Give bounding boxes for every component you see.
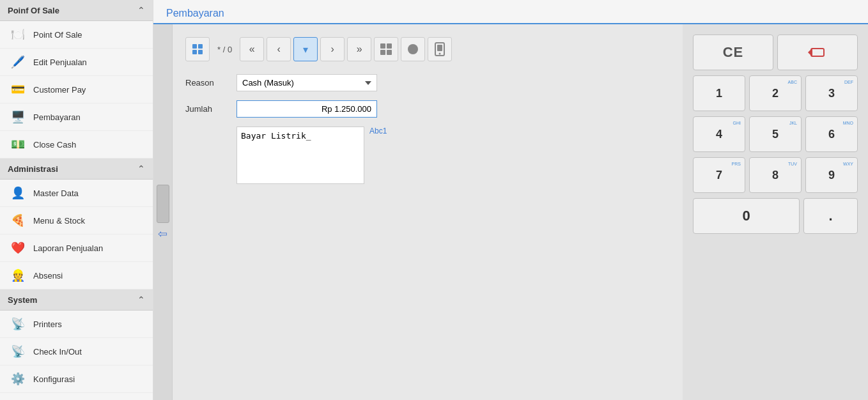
mobile-icon xyxy=(434,42,446,56)
sidebar-label-point-of-sale: Point Of Sale xyxy=(33,30,82,40)
check-inout-icon: 📡 xyxy=(9,342,27,360)
sidebar-label-check-inout: Check In/Out xyxy=(33,347,82,357)
num-0-label: 0 xyxy=(743,208,750,224)
sidebar-item-laporan-penjualan[interactable]: ❤️ Laporan Penjualan xyxy=(0,235,153,262)
numpad-3[interactable]: 3 DEF xyxy=(805,75,858,111)
laporan-icon: ❤️ xyxy=(9,239,27,257)
num-8-sub: TUV xyxy=(788,162,797,166)
sidebar-label-konfigurasi: Konfigurasi xyxy=(33,374,75,384)
svg-rect-5 xyxy=(387,43,392,49)
scroll-bar[interactable] xyxy=(157,185,169,223)
sidebar-item-point-of-sale[interactable]: 🍽️ Point Of Sale xyxy=(0,21,153,49)
tool-btn-1[interactable] xyxy=(374,37,398,61)
num-8-label: 8 xyxy=(772,169,779,182)
sidebar: Poinf Of Sale ⌃ 🍽️ Point Of Sale 🖊️ Edit… xyxy=(0,0,153,400)
grid-icon xyxy=(191,43,204,56)
num-6-label: 6 xyxy=(828,128,835,141)
delete-icon xyxy=(810,48,825,57)
numpad-0[interactable]: 0 xyxy=(693,198,800,234)
last-record-btn[interactable]: » xyxy=(347,37,371,61)
sidebar-item-absensi[interactable]: 👷 Absensi xyxy=(0,262,153,289)
settings-icon xyxy=(379,42,393,56)
circle-icon xyxy=(407,43,419,55)
num-1-label: 1 xyxy=(716,87,722,100)
numpad-8[interactable]: 8 TUV xyxy=(749,157,802,193)
logout-icon: 🔔 xyxy=(9,397,27,400)
sidebar-section-system-title: System xyxy=(8,295,37,305)
sidebar-label-laporan-penjualan: Laporan Penjualan xyxy=(33,243,103,253)
pembayaran-icon: 🖥️ xyxy=(9,108,27,126)
chevron-up-icon-system: ⌃ xyxy=(137,295,145,305)
reason-control: Cash (Masuk) Cash (Keluar) Bank Transfer xyxy=(236,74,377,91)
pos-icon: 🍽️ xyxy=(9,26,27,43)
next-record-btn[interactable]: › xyxy=(320,37,345,61)
tool-btn-3[interactable] xyxy=(428,37,452,61)
numpad-2[interactable]: 2 ABC xyxy=(749,75,802,111)
sidebar-item-edit-penjualan[interactable]: 🖊️ Edit Penjualan xyxy=(0,49,153,76)
num-2-sub: ABC xyxy=(788,80,797,84)
sidebar-item-konfigurasi[interactable]: ⚙️ Konfigurasi xyxy=(0,365,153,393)
sidebar-item-printers[interactable]: 📡 Printers xyxy=(0,311,153,338)
sidebar-item-pembayaran[interactable]: 🖥️ Pembayaran xyxy=(0,104,153,131)
svg-rect-10 xyxy=(437,45,442,51)
sidebar-section-admin[interactable]: Administrasi ⌃ xyxy=(0,158,153,180)
num-9-sub: WXY xyxy=(843,162,853,166)
num-5-label: 5 xyxy=(772,128,779,141)
numpad-row-456: 4 GHI 5 JKL 6 MNO xyxy=(693,116,858,152)
customer-pay-icon: 💳 xyxy=(9,81,27,98)
reason-row: Reason Cash (Masuk) Cash (Keluar) Bank T… xyxy=(185,74,670,91)
toolbar-grid-btn[interactable] xyxy=(185,37,210,61)
abc-label: Abc1 xyxy=(369,127,387,135)
numpad-panel: CE 1 2 ABC 3 DEF xyxy=(683,24,868,400)
numpad-9[interactable]: 9 WXY xyxy=(805,157,858,193)
svg-rect-7 xyxy=(387,50,392,55)
jumlah-input[interactable] xyxy=(236,100,377,118)
sidebar-item-menu-stock[interactable]: 🍕 Menu & Stock xyxy=(0,207,153,235)
numpad-7[interactable]: 7 PRS xyxy=(693,157,745,193)
sidebar-section-pos[interactable]: Poinf Of Sale ⌃ xyxy=(0,0,153,21)
notes-textarea[interactable]: Bayar Listrik_ xyxy=(236,127,364,184)
current-record-btn[interactable]: ▾ xyxy=(293,37,318,61)
svg-point-11 xyxy=(439,53,441,55)
svg-rect-4 xyxy=(380,43,385,49)
sidebar-label-close-cash: Close Cash xyxy=(33,140,76,150)
tool-btn-2[interactable] xyxy=(401,37,425,61)
sidebar-section-system[interactable]: System ⌃ xyxy=(0,289,153,311)
ce-button[interactable]: CE xyxy=(693,35,773,70)
numpad-5[interactable]: 5 JKL xyxy=(749,116,802,152)
edit-icon: 🖊️ xyxy=(9,53,27,71)
num-9-label: 9 xyxy=(828,169,835,182)
first-record-btn[interactable]: « xyxy=(240,37,264,61)
numpad-4[interactable]: 4 GHI xyxy=(693,116,745,152)
numpad-dot[interactable]: . xyxy=(803,198,858,234)
numpad-row-789: 7 PRS 8 TUV 9 WXY xyxy=(693,157,858,193)
numpad-6[interactable]: 6 MNO xyxy=(805,116,858,152)
num-5-sub: JKL xyxy=(789,121,797,125)
sidebar-label-menu-stock: Menu & Stock xyxy=(33,216,85,226)
sidebar-label-master-data: Master Data xyxy=(33,188,79,198)
numpad-1[interactable]: 1 xyxy=(693,75,745,111)
absensi-icon: 👷 xyxy=(9,266,27,284)
sidebar-item-close-cash[interactable]: 💵 Close Cash xyxy=(0,131,153,158)
svg-rect-3 xyxy=(198,50,203,54)
svg-rect-1 xyxy=(198,44,203,49)
sidebar-section-admin-title: Administrasi xyxy=(8,164,58,174)
num-2-label: 2 xyxy=(772,87,779,100)
back-arrow-button[interactable]: ⇦ xyxy=(155,226,171,242)
toolbar: * / 0 « ‹ ▾ › » xyxy=(185,37,670,61)
svg-point-8 xyxy=(408,44,418,54)
sidebar-item-customer-pay[interactable]: 💳 Customer Pay xyxy=(0,76,153,104)
sidebar-item-check-inout[interactable]: 📡 Check In/Out xyxy=(0,338,153,365)
svg-rect-6 xyxy=(380,50,385,55)
reason-select[interactable]: Cash (Masuk) Cash (Keluar) Bank Transfer xyxy=(236,74,377,91)
delete-button[interactable] xyxy=(777,35,858,70)
sidebar-item-master-data[interactable]: 👤 Master Data xyxy=(0,180,153,207)
prev-record-btn[interactable]: ‹ xyxy=(267,37,291,61)
close-cash-icon: 💵 xyxy=(9,135,27,153)
sidebar-label-pembayaran: Pembayaran xyxy=(33,112,81,122)
notes-row: Bayar Listrik_ Abc1 xyxy=(185,127,670,184)
sidebar-item-logout[interactable]: 🔔 Logout xyxy=(0,393,153,400)
jumlah-label: Jumlah xyxy=(185,104,236,114)
page-header: Pembayaran xyxy=(153,0,868,24)
master-data-icon: 👤 xyxy=(9,184,27,202)
